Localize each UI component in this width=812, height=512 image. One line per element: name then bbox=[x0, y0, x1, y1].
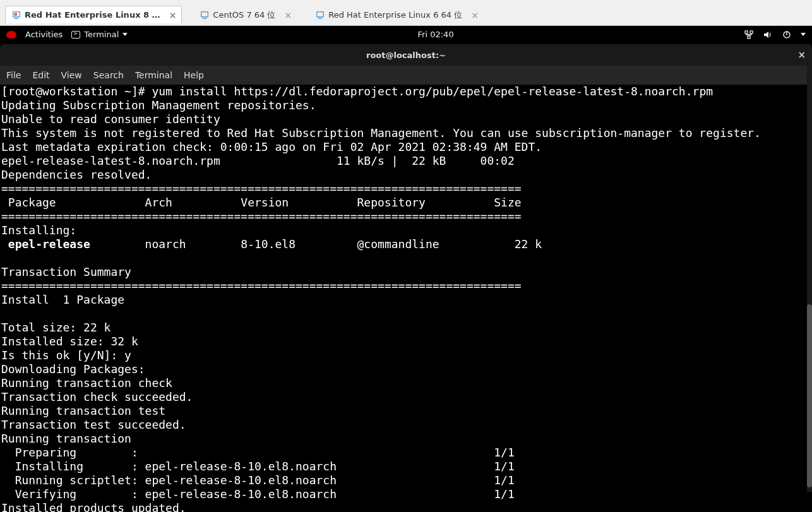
vm-tab-label: Red Hat Enterprise Linux 8 … bbox=[25, 10, 160, 20]
divider: ========================================… bbox=[1, 182, 522, 195]
menu-search[interactable]: Search bbox=[93, 70, 124, 80]
scrollbar[interactable] bbox=[807, 64, 812, 492]
close-icon[interactable]: × bbox=[169, 11, 177, 20]
vm-tab-label: Red Hat Enterprise Linux 6 64 位 bbox=[328, 9, 462, 21]
command: yum install https://dl.fedoraproject.org… bbox=[152, 85, 713, 98]
window-title: root@localhost:~ bbox=[366, 51, 446, 60]
terminal-icon bbox=[71, 31, 80, 39]
output-line: Total size: 22 k bbox=[1, 321, 110, 334]
divider: ========================================… bbox=[1, 210, 522, 223]
output-line: Unable to read consumer identity bbox=[1, 112, 220, 126]
output-line: Running transaction test bbox=[1, 404, 165, 417]
output-line: Installing : epel-release-8-10.el8.noarc… bbox=[1, 460, 515, 473]
redhat-icon bbox=[6, 31, 16, 39]
output-line: Updating Subscription Management reposit… bbox=[1, 98, 316, 112]
svg-rect-2 bbox=[15, 13, 17, 15]
menu-terminal[interactable]: Terminal bbox=[135, 70, 172, 80]
menu-file[interactable]: File bbox=[6, 70, 21, 80]
scrollbar-thumb[interactable] bbox=[807, 304, 812, 487]
menu-view[interactable]: View bbox=[61, 70, 82, 80]
gnome-topbar: Activities Terminal Fri 02:40 bbox=[0, 26, 812, 43]
menubar: File Edit View Search Terminal Help bbox=[0, 66, 812, 85]
svg-rect-4 bbox=[203, 18, 207, 18]
vm-icon bbox=[12, 11, 21, 20]
activities-button[interactable]: Activities bbox=[25, 30, 63, 39]
output-line: Downloading Packages: bbox=[1, 362, 145, 376]
network-icon bbox=[744, 30, 754, 40]
svg-rect-1 bbox=[15, 18, 19, 18]
svg-rect-6 bbox=[318, 18, 323, 18]
output-line: Preparing : 1/1 bbox=[1, 446, 515, 459]
summary-label: Transaction Summary bbox=[1, 265, 131, 278]
divider: ========================================… bbox=[1, 279, 522, 292]
menu-edit[interactable]: Edit bbox=[32, 70, 49, 80]
prompt: [root@workstation ~]# bbox=[1, 85, 152, 98]
output-line: Dependencies resolved. bbox=[1, 168, 152, 181]
table-header: Package Arch Version Repository Size bbox=[1, 196, 522, 209]
output-line: Transaction test succeeded. bbox=[1, 418, 186, 431]
vm-tab-rhel6[interactable]: Red Hat Enterprise Linux 6 64 位 × bbox=[309, 5, 484, 25]
terminal-output[interactable]: [root@workstation ~]# yum install https:… bbox=[0, 85, 812, 512]
app-menu[interactable]: Terminal bbox=[71, 30, 128, 39]
vm-tab-rhel8[interactable]: Red Hat Enterprise Linux 8 … × bbox=[5, 6, 182, 23]
window-titlebar[interactable]: root@localhost:~ × bbox=[0, 44, 812, 66]
install-count: Install 1 Package bbox=[1, 293, 124, 306]
svg-rect-7 bbox=[745, 31, 748, 33]
vm-icon bbox=[200, 11, 209, 20]
installing-label: Installing: bbox=[1, 223, 76, 237]
confirm-prompt: Is this ok [y/N]: y bbox=[1, 348, 131, 362]
package-name: epel-release bbox=[1, 237, 90, 251]
output-line: This system is not registered to Red Hat… bbox=[1, 126, 761, 140]
vm-icon bbox=[316, 11, 325, 20]
output-line: Running transaction check bbox=[1, 376, 172, 390]
svg-rect-3 bbox=[201, 11, 208, 16]
output-line: Verifying : epel-release-8-10.el8.noarch… bbox=[1, 487, 515, 501]
app-name: Terminal bbox=[84, 30, 119, 39]
close-icon[interactable]: × bbox=[471, 11, 479, 20]
vm-tab-label: CentOS 7 64 位 bbox=[213, 9, 275, 21]
vm-tab-centos7[interactable]: CentOS 7 64 位 × bbox=[193, 5, 297, 25]
chevron-down-icon bbox=[122, 33, 128, 36]
volume-icon bbox=[763, 30, 773, 40]
svg-rect-5 bbox=[317, 11, 324, 16]
chevron-down-icon bbox=[801, 33, 806, 36]
system-tray[interactable] bbox=[744, 30, 806, 40]
power-icon bbox=[782, 30, 792, 40]
clock[interactable]: Fri 02:40 bbox=[418, 30, 454, 39]
output-line: Installed size: 32 k bbox=[1, 335, 138, 348]
vm-tabbar: Red Hat Enterprise Linux 8 … × CentOS 7 … bbox=[0, 0, 812, 26]
svg-rect-9 bbox=[748, 36, 750, 39]
window-close-button[interactable]: × bbox=[797, 49, 806, 61]
output-line: epel-release-latest-8.noarch.rpm 11 kB/s… bbox=[1, 154, 515, 167]
output-line: Transaction check succeeded. bbox=[1, 390, 193, 403]
output-line: Running scriptlet: epel-release-8-10.el8… bbox=[1, 473, 515, 487]
close-icon[interactable]: × bbox=[284, 11, 292, 20]
package-details: noarch 8-10.el8 @commandline 22 k bbox=[90, 237, 542, 251]
menu-help[interactable]: Help bbox=[184, 70, 204, 80]
svg-rect-8 bbox=[750, 31, 753, 33]
output-line: Last metadata expiration check: 0:00:15 … bbox=[1, 140, 542, 153]
output-line: Running transaction bbox=[1, 432, 131, 445]
output-line: Installed products updated. bbox=[1, 501, 186, 512]
